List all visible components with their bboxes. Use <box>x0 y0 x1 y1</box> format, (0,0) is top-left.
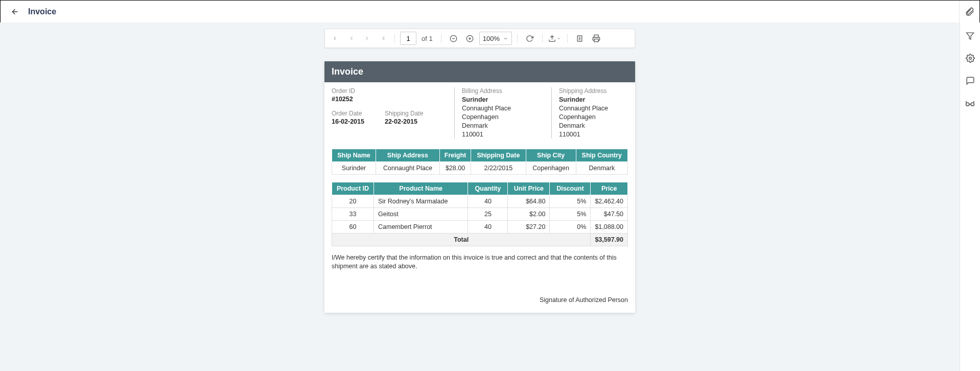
print-button[interactable] <box>589 31 603 45</box>
billing-line1: Connaught Place <box>462 104 544 113</box>
shipping-country: Denmark <box>559 122 608 130</box>
toolbar-separator <box>517 34 518 43</box>
billing-name: Surinder <box>462 96 544 104</box>
cell-ship-address: Connaught Place <box>376 162 439 175</box>
toolbar-separator <box>394 34 395 43</box>
billing-city: Copenhagen <box>462 113 544 122</box>
arrow-left-icon <box>11 8 19 16</box>
chevron-right-icon <box>363 35 370 42</box>
shipping-line1: Connaught Place <box>559 104 608 113</box>
cell-ship-country: Denmark <box>576 162 627 175</box>
billing-postal: 110001 <box>462 130 544 139</box>
cell-unit: $2.00 <box>508 208 550 221</box>
paperclip-icon <box>965 7 974 16</box>
comment-button[interactable] <box>964 75 976 87</box>
last-page-icon <box>379 35 386 42</box>
cell-pid: 20 <box>332 195 374 208</box>
plus-circle-icon <box>466 35 474 42</box>
toolbar-separator <box>441 34 441 43</box>
total-label: Total <box>332 234 591 246</box>
ship-address-header: Ship Address <box>376 149 439 162</box>
order-date-label: Order Date <box>332 110 364 117</box>
filter-icon <box>966 32 974 40</box>
settings-button[interactable] <box>964 52 976 64</box>
page-title: Invoice <box>28 7 56 16</box>
toolbar-separator <box>567 34 568 43</box>
document-page: Invoice Order ID #10252 Order Date 16-02… <box>324 61 635 313</box>
signature-line: Signature of Authorized Person <box>324 271 635 313</box>
next-page-button[interactable] <box>360 31 374 45</box>
chevron-down-icon <box>556 36 561 41</box>
minus-circle-icon <box>450 35 457 42</box>
svg-marker-1 <box>966 33 973 39</box>
app-bar: Invoice <box>1 1 979 23</box>
canvas: of 1 100% Invoice <box>0 22 960 371</box>
first-page-button[interactable] <box>329 31 343 45</box>
document-title: Invoice <box>324 61 635 82</box>
page-count-label: of 1 <box>422 35 433 42</box>
items-table: Product ID Product Name Quantity Unit Pr… <box>332 182 628 246</box>
shipping-name: Surinder <box>559 96 608 104</box>
freight-header: Freight <box>439 149 471 162</box>
quantity-header: Quantity <box>468 182 508 195</box>
billing-country: Denmark <box>462 122 544 130</box>
cell-price: $2,462.40 <box>591 195 628 208</box>
prev-page-button[interactable] <box>344 31 359 45</box>
zoom-select[interactable]: 100% <box>479 32 512 45</box>
zoom-out-button[interactable] <box>447 31 461 45</box>
cell-ship-name: Surinder <box>332 162 376 175</box>
page-number-input[interactable] <box>400 32 416 45</box>
product-id-header: Product ID <box>332 182 374 195</box>
chevron-down-icon <box>503 36 508 41</box>
cell-qty: 40 <box>468 195 508 208</box>
zoom-in-button[interactable] <box>463 31 477 45</box>
last-page-button[interactable] <box>375 31 389 45</box>
refresh-button[interactable] <box>523 31 537 45</box>
toolbar-separator <box>542 34 543 43</box>
table-row: 33Geitost25$2.005%$47.50 <box>332 208 628 221</box>
cell-disc: 5% <box>550 208 591 221</box>
viewer-toolbar: of 1 100% <box>324 29 635 48</box>
export-button[interactable] <box>548 31 562 45</box>
cell-pid: 33 <box>332 208 374 221</box>
ship-country-header: Ship Country <box>576 149 627 162</box>
unit-price-header: Unit Price <box>508 182 550 195</box>
refresh-icon <box>526 35 533 42</box>
side-rail <box>960 22 980 371</box>
table-row: 20Sir Rodney's Marmalade40$64.805%$2,462… <box>332 195 628 208</box>
zoom-value: 100% <box>483 35 500 42</box>
gear-icon <box>966 54 975 63</box>
page-icon <box>576 35 584 42</box>
cell-unit: $27.20 <box>508 221 550 234</box>
svg-point-3 <box>966 102 969 105</box>
page-setup-button[interactable] <box>573 31 587 45</box>
product-name-header: Product Name <box>374 182 468 195</box>
table-row: 60Camembert Pierrot40$27.200%$1,088.00 <box>332 221 628 234</box>
order-date-value: 16-02-2015 <box>332 118 364 125</box>
cell-ship-date: 2/22/2015 <box>471 162 526 175</box>
cell-qty: 40 <box>468 221 508 234</box>
attachment-button[interactable] <box>959 1 979 23</box>
shipping-address-label: Shipping Address <box>559 87 608 95</box>
ship-table: Ship Name Ship Address Freight Shipping … <box>332 149 628 175</box>
table-row: Surinder Connaught Place $28.00 2/22/201… <box>332 162 628 175</box>
glasses-button[interactable] <box>964 97 976 109</box>
export-icon <box>548 35 556 42</box>
billing-address-label: Billing Address <box>462 87 544 95</box>
info-row: Order ID #10252 Order Date 16-02-2015 Sh… <box>324 82 635 146</box>
discount-header: Discount <box>550 182 591 195</box>
cell-qty: 25 <box>468 208 508 221</box>
chevron-left-icon <box>348 35 355 42</box>
cell-price: $47.50 <box>591 208 628 221</box>
cell-pname: Geitost <box>374 208 468 221</box>
first-page-icon <box>333 35 340 42</box>
svg-point-4 <box>971 102 974 105</box>
comment-icon <box>966 76 975 85</box>
back-button[interactable] <box>9 6 21 18</box>
cell-disc: 0% <box>550 221 591 234</box>
filter-button[interactable] <box>964 30 976 42</box>
cell-freight: $28.00 <box>439 162 471 175</box>
ship-name-header: Ship Name <box>332 149 376 162</box>
certification-text: I/We hereby certify that the information… <box>324 246 635 271</box>
price-header: Price <box>591 182 628 195</box>
